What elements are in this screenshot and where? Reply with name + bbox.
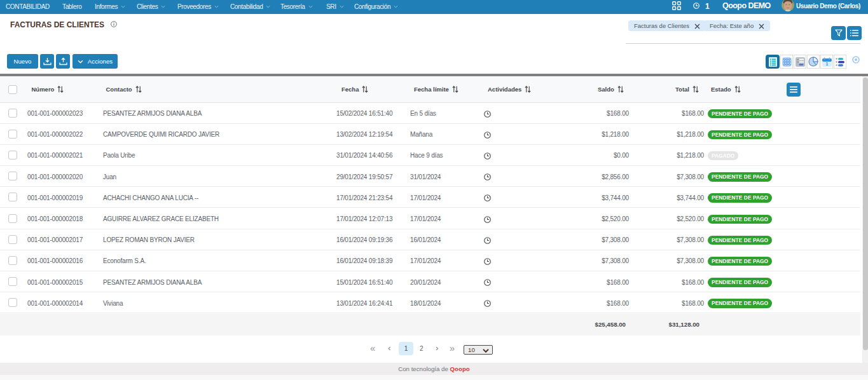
svg-text:1: 1 (825, 62, 828, 66)
